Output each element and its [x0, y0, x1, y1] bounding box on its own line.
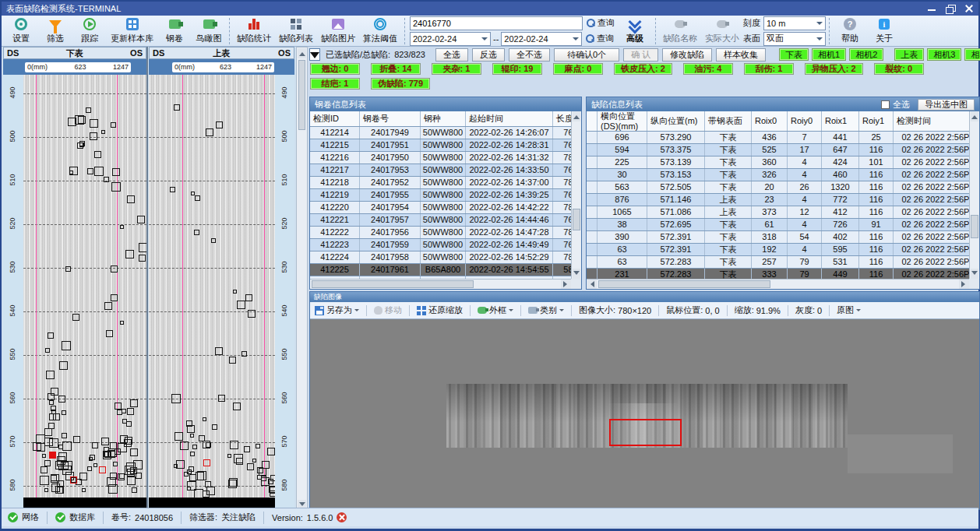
original-image-button[interactable]: 原图 [837, 304, 861, 316]
defect-marker[interactable] [218, 395, 225, 402]
table-row[interactable]: 1065571.086上表3731241211602 26 2022 2:56P… [587, 206, 969, 219]
defect-marker[interactable] [136, 473, 142, 479]
strip-image[interactable] [446, 384, 848, 448]
defect-marker[interactable] [186, 420, 192, 427]
defect-marker[interactable] [180, 441, 189, 450]
image-view-area[interactable] [310, 319, 979, 509]
table-row[interactable]: 30573.153下表326446011602 26 2022 2:56PM [587, 169, 969, 181]
header-cell[interactable]: 钢种 [421, 111, 466, 126]
camera-surface-button[interactable]: 相机2 [849, 48, 883, 61]
defect-marker[interactable] [49, 400, 54, 405]
defect-marker[interactable] [248, 310, 256, 318]
filter-button[interactable]: 全不选 [509, 48, 550, 62]
table-row[interactable]: 63572.283下表2577953111602 26 2022 2:56PM [587, 256, 969, 269]
header-cell[interactable]: 钢卷号 [360, 111, 421, 126]
defect-marker[interactable] [127, 476, 136, 485]
table-row[interactable]: 4122192401795550WW8002022-02-26 14:39:25… [310, 189, 571, 202]
defect-marker[interactable] [69, 167, 78, 175]
defect-marker[interactable] [101, 438, 109, 445]
coil-h-scrollbar[interactable] [310, 279, 571, 289]
defect-marker[interactable] [120, 225, 124, 229]
defect-count-button[interactable]: 结疤: 1 [310, 78, 360, 90]
table-row[interactable]: 231572.283下表3337944911602 26 2022 2:56PM [587, 269, 969, 279]
defect-marker[interactable] [174, 432, 183, 441]
table-row[interactable]: 4122152401795150WW8002022-02-26 14:28:31… [310, 139, 571, 152]
table-row[interactable]: 4122232401795950WW8002022-02-26 14:49:49… [310, 239, 571, 251]
defect-count-button[interactable]: 铁皮压入: 2 [614, 63, 672, 75]
defect-marker[interactable] [57, 460, 63, 466]
scroll-down-icon[interactable] [573, 269, 580, 279]
defect-marker[interactable] [94, 151, 101, 158]
defect-marker[interactable] [51, 484, 60, 492]
defect-marker[interactable] [62, 341, 71, 350]
defect-count-button[interactable]: 翘边: 0 [310, 63, 360, 75]
defect-marker[interactable] [189, 466, 194, 472]
defect-marker[interactable] [195, 195, 200, 201]
export-selected-button[interactable]: 导出选中图 [918, 99, 975, 111]
table-row[interactable]: 4122212401795750WW8002022-02-26 14:44:46… [310, 214, 571, 227]
table-row[interactable]: 4122242401795850WW8002022-02-26 14:52:29… [310, 251, 571, 264]
defect-marker[interactable] [68, 118, 76, 126]
defect-marker[interactable] [90, 119, 98, 128]
defect-marker[interactable] [86, 107, 91, 113]
defect-count-button[interactable]: 油污: 4 [683, 63, 733, 75]
defect-marker[interactable] [230, 441, 238, 449]
defect-marker[interactable] [170, 187, 175, 192]
table-row[interactable]: 563572.505下表2026132011602 26 2022 2:56PM [587, 181, 969, 194]
defect-image-button[interactable]: 缺陷图片 [317, 16, 359, 46]
defect-marker[interactable] [51, 474, 59, 483]
defect-marker[interactable] [110, 442, 117, 449]
camera-surface-button[interactable]: 相机4 [964, 48, 980, 61]
defect-marker[interactable] [111, 182, 121, 192]
defect-marker[interactable] [229, 357, 236, 364]
filter-button[interactable]: 样本收集 [716, 48, 766, 62]
header-cell[interactable]: 横向位置 (DS)(mm) [598, 111, 647, 131]
actual-size-button[interactable]: 实际大小 [701, 16, 743, 46]
defect-marker[interactable] [62, 441, 72, 451]
defect-marker[interactable] [42, 454, 46, 458]
defect-marker[interactable] [256, 444, 260, 448]
defect-marker[interactable] [130, 399, 138, 407]
defect-marker[interactable] [190, 452, 195, 456]
defect-count-button[interactable]: 刮伤: 1 [744, 63, 794, 75]
move-button[interactable]: 移动 [374, 304, 402, 316]
date-to-select[interactable]: 2022-02-24 [501, 32, 582, 46]
defect-h-scrollbar[interactable] [587, 279, 969, 289]
defect-marker-red[interactable] [70, 476, 77, 484]
update-sample-button[interactable]: 更新样本库 [107, 16, 157, 46]
camera-surface-button[interactable]: 下表 [779, 48, 809, 61]
defect-marker[interactable] [206, 442, 211, 448]
defect-count-button[interactable]: 裂纹: 0 [874, 63, 924, 75]
header-cell[interactable]: 带钢表面 [705, 111, 752, 131]
defect-marker[interactable] [44, 428, 52, 436]
defect-marker[interactable] [58, 452, 67, 461]
camera-surface-button[interactable]: 相机3 [927, 48, 961, 61]
defect-marker[interactable] [111, 266, 118, 273]
table-row[interactable]: 594573.375下表5251764711602 26 2022 2:56PM [587, 144, 969, 156]
defect-marker[interactable] [211, 238, 216, 243]
defect-marker[interactable] [127, 408, 134, 415]
defect-marker[interactable] [197, 471, 206, 480]
defect-marker[interactable] [51, 388, 58, 396]
category-button[interactable]: 类别 [528, 304, 564, 316]
algo-threshold-button[interactable]: 算法阈值 [359, 16, 401, 46]
defect-marker[interactable] [101, 130, 105, 134]
advanced-button[interactable]: 高级 [618, 16, 652, 46]
table-row[interactable]: 41222524017961B65A8002022-02-26 14:54:55… [310, 264, 571, 276]
defect-highlight-box[interactable] [609, 419, 682, 446]
defect-marker[interactable] [94, 167, 104, 176]
defect-count-button[interactable]: 夹杂: 1 [432, 63, 481, 75]
defect-marker[interactable] [206, 128, 213, 136]
defect-marker-red[interactable] [99, 466, 106, 473]
table-row[interactable]: 876571.146上表23477211602 26 2022 2:56PM [587, 194, 969, 206]
scroll-left-icon[interactable] [587, 280, 597, 289]
header-cell[interactable]: 长度 [553, 111, 571, 126]
defect-marker[interactable] [36, 434, 45, 444]
table-row[interactable]: 4122182401795250WW8002022-02-26 14:37:00… [310, 177, 571, 189]
header-cell[interactable]: 检测ID [310, 111, 360, 126]
defect-marker[interactable] [62, 410, 66, 415]
settings-button[interactable]: 设置 [4, 16, 38, 46]
reset-zoom-button[interactable]: 还原缩放 [417, 304, 463, 316]
defect-stats-button[interactable]: 缺陷统计 [233, 16, 275, 46]
defect-marker[interactable] [87, 168, 93, 174]
